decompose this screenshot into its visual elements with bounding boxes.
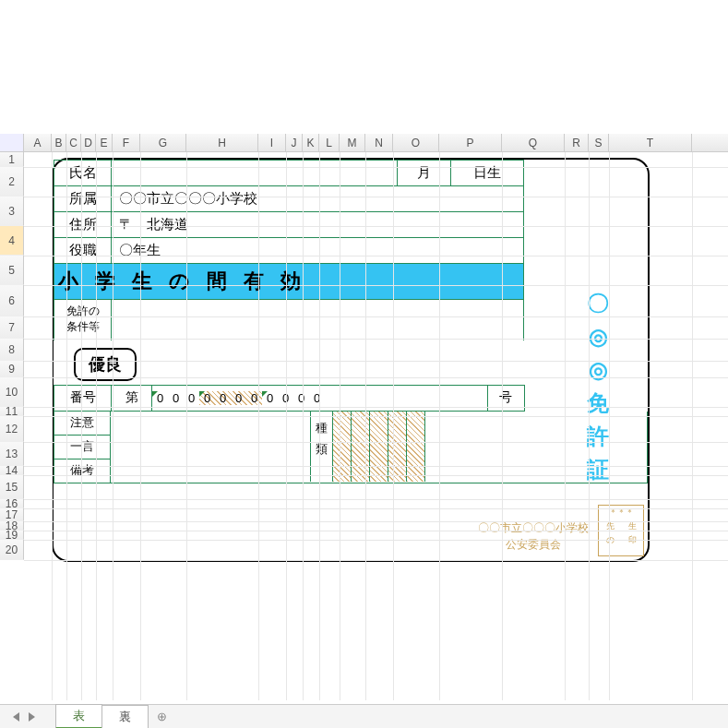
row-header[interactable]: 19 <box>0 531 24 540</box>
select-all-corner[interactable] <box>0 134 24 151</box>
type-col <box>333 412 352 482</box>
column-header[interactable]: P <box>439 134 502 151</box>
column-header[interactable]: Q <box>502 134 565 151</box>
row-header[interactable]: 5 <box>0 256 24 285</box>
remarks-area[interactable]: 種類 <box>111 412 648 483</box>
row-header[interactable]: 9 <box>0 361 24 377</box>
field-affiliation[interactable]: 〇〇市立〇〇〇小学校 <box>112 186 524 212</box>
column-header[interactable]: A <box>24 134 52 151</box>
row-header[interactable]: 11 <box>0 407 24 416</box>
label-oneword: 一言 <box>54 436 111 459</box>
column-header[interactable]: S <box>589 134 609 151</box>
column-header[interactable]: K <box>303 134 319 151</box>
column-header[interactable]: T <box>609 134 692 151</box>
column-header[interactable]: I <box>258 134 286 151</box>
column-header[interactable]: J <box>286 134 303 151</box>
column-header[interactable]: O <box>393 134 439 151</box>
label-conditions: 免許の条件等 <box>54 300 112 340</box>
excellent-badge: 優良 <box>74 348 137 381</box>
column-header[interactable]: D <box>81 134 96 151</box>
row-header[interactable]: 12 <box>0 416 24 442</box>
cell-grid[interactable]: 氏名 月 日生 所属 〇〇市立〇〇〇小学校 住所 〒 北海道 役 <box>24 152 728 700</box>
column-header[interactable]: H <box>186 134 258 151</box>
column-header[interactable]: G <box>140 134 186 151</box>
label-name: 氏名 <box>54 161 112 186</box>
tab-front[interactable]: 表 <box>55 704 102 728</box>
field-conditions[interactable] <box>112 300 524 340</box>
row-header[interactable]: 20 <box>0 540 24 560</box>
column-header[interactable]: B <box>52 134 66 151</box>
field-address[interactable]: 〒 北海道 <box>112 212 524 238</box>
field-position[interactable]: 〇年生 <box>112 238 524 264</box>
row-header[interactable]: 14 <box>0 466 24 475</box>
row-header[interactable]: 16 <box>0 499 24 508</box>
tab-add[interactable]: ⊕ <box>148 707 176 726</box>
column-headers: ABCDEFGHIJKLMNOPQRST <box>0 134 728 152</box>
row-header[interactable]: 10 <box>0 377 24 407</box>
label-born: 日生 <box>451 161 524 186</box>
type-col <box>388 412 407 482</box>
row-header[interactable]: 1 <box>0 152 24 167</box>
column-header[interactable]: N <box>365 134 393 151</box>
label-position: 役職 <box>54 238 112 264</box>
sheet-tab-bar: 表 裏 ⊕ <box>0 704 728 728</box>
column-header[interactable]: R <box>565 134 589 151</box>
row-header[interactable]: 6 <box>0 285 24 316</box>
spreadsheet-area: ABCDEFGHIJKLMNOPQRST 1234567891011121314… <box>0 134 728 728</box>
label-remarks: 備考 <box>54 459 111 483</box>
label-address: 住所 <box>54 212 112 238</box>
valid-banner: 小学生の間有効 <box>54 264 524 300</box>
label-month: 月 <box>398 161 451 186</box>
tab-nav-arrows[interactable] <box>13 712 35 722</box>
row-header[interactable]: 8 <box>0 339 24 361</box>
row-header[interactable]: 13 <box>0 442 24 466</box>
label-attention: 注意 <box>54 412 111 436</box>
row-header[interactable]: 7 <box>0 316 24 339</box>
type-col <box>407 412 425 482</box>
column-header[interactable]: F <box>113 134 140 151</box>
row-header[interactable]: 3 <box>0 197 24 226</box>
row-headers: 1234567891011121314151617181920 <box>0 152 24 560</box>
column-header[interactable]: C <box>66 134 81 151</box>
row-header[interactable]: 15 <box>0 475 24 499</box>
type-col <box>370 412 388 482</box>
row-header[interactable]: 4 <box>0 226 24 256</box>
label-type: 種類 <box>311 412 333 482</box>
bottom-area: 注意 一言 備考 種類 <box>54 412 648 483</box>
column-header[interactable]: L <box>319 134 340 151</box>
column-header[interactable]: E <box>96 134 113 151</box>
field-name[interactable] <box>112 161 398 186</box>
license-card: 氏名 月 日生 所属 〇〇市立〇〇〇小学校 住所 〒 北海道 役 <box>52 158 650 562</box>
type-col <box>352 412 370 482</box>
license-table: 氏名 月 日生 所属 〇〇市立〇〇〇小学校 住所 〒 北海道 役 <box>54 160 648 340</box>
bottom-labels: 注意 一言 備考 <box>54 412 111 483</box>
committee-text: 〇〇市立〇〇〇小学校 公安委員会 <box>478 519 589 553</box>
label-affiliation: 所属 <box>54 186 112 212</box>
row-header[interactable]: 2 <box>0 167 24 197</box>
tab-back[interactable]: 裏 <box>101 705 149 729</box>
column-header[interactable]: M <box>340 134 365 151</box>
types-grid: 種類 <box>310 412 425 482</box>
